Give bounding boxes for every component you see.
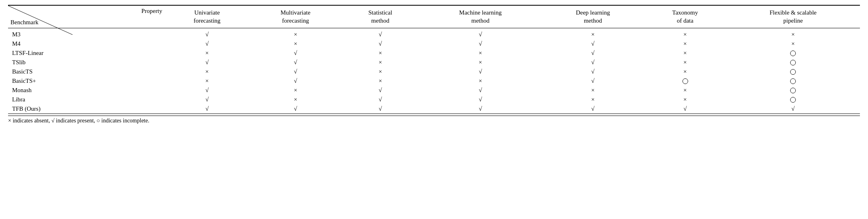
header-statistical: Statisticalmethod [342,5,419,28]
cross-symbol: × [683,50,686,56]
cell-statistical: √ [342,104,419,114]
header-benchmark-label: Benchmark [10,19,38,27]
circle-symbol [790,97,796,103]
check-symbol: √ [294,78,297,84]
cell-taxonomy: × [644,86,726,95]
cell-flexible [726,67,860,76]
cell-ml: √ [419,30,542,39]
header-ml: Machine learningmethod [419,5,542,28]
cell-dl: × [542,95,644,104]
check-symbol: √ [591,105,595,112]
cross-symbol: × [791,31,795,38]
cell-benchmark: Monash [8,86,165,95]
cross-symbol: × [294,96,297,103]
table-row: M3√×√√××× [8,30,860,39]
cell-flexible [726,58,860,67]
cross-symbol: × [479,59,482,65]
cross-symbol: × [591,31,595,38]
cell-dl: × [542,30,644,39]
cell-ml: √ [419,104,542,114]
circle-symbol [790,60,796,65]
table-row: TSlib√√××√× [8,58,860,67]
cross-symbol: × [205,68,209,75]
cell-multivariate: √ [249,48,341,58]
cell-multivariate: × [249,30,341,39]
cross-symbol: × [479,50,482,56]
table-row: LTSF-Linear×√××√× [8,48,860,58]
table-body: M3√×√√×××M4√×√√√××LTSF-Linear×√××√×TSlib… [8,30,860,114]
table-row: M4√×√√√×× [8,39,860,48]
cell-univariate: √ [165,30,249,39]
cell-multivariate: × [249,39,341,48]
cell-benchmark: LTSF-Linear [8,48,165,58]
check-symbol: √ [294,68,297,75]
circle-symbol [790,51,796,56]
check-symbol: √ [205,31,209,38]
cross-symbol: × [591,87,595,93]
check-symbol: √ [294,105,297,112]
cell-benchmark: BasicTS [8,67,165,76]
cross-symbol: × [379,78,382,84]
cell-dl: √ [542,58,644,67]
table-row: BasicTS+×√××√ [8,76,860,86]
cell-dl: √ [542,67,644,76]
check-symbol: √ [591,78,595,84]
cell-ml: √ [419,95,542,104]
cross-symbol: × [205,78,209,84]
cell-flexible [726,48,860,58]
cross-symbol: × [379,50,382,56]
header-property-label: Property [142,7,163,15]
cell-statistical: √ [342,95,419,104]
cell-univariate: √ [165,86,249,95]
check-symbol: √ [379,40,382,47]
cell-univariate: √ [165,58,249,67]
cell-taxonomy: × [644,30,726,39]
cell-multivariate: √ [249,76,341,86]
check-symbol: √ [479,68,482,75]
cross-symbol: × [379,68,382,75]
cell-ml: × [419,48,542,58]
circle-symbol [790,78,796,84]
cell-dl: √ [542,39,644,48]
check-symbol: √ [479,96,482,103]
check-symbol: √ [479,31,482,38]
header-taxonomy: Taxonomyof data [644,5,726,28]
cell-statistical: × [342,48,419,58]
cell-flexible [726,86,860,95]
cell-statistical: × [342,58,419,67]
check-symbol: √ [591,50,595,56]
cell-taxonomy: × [644,95,726,104]
check-symbol: √ [479,40,482,47]
cell-statistical: √ [342,30,419,39]
cell-univariate: √ [165,39,249,48]
header-benchmark: Property Benchmark [8,5,165,28]
cell-taxonomy: × [644,58,726,67]
table-row: Monash√×√√×× [8,86,860,95]
cell-taxonomy: × [644,39,726,48]
header-flexible: Flexible & scalablepipeline [726,5,860,28]
check-symbol: √ [683,105,686,112]
cell-taxonomy: × [644,48,726,58]
check-symbol: √ [205,59,209,65]
table-footer-note: × indicates absent, √ indicates present,… [8,116,860,124]
check-symbol: √ [294,50,297,56]
cell-univariate: √ [165,95,249,104]
cell-benchmark: M4 [8,39,165,48]
circle-symbol [682,78,688,84]
cell-univariate: × [165,67,249,76]
cell-multivariate: × [249,86,341,95]
cell-benchmark: BasicTS+ [8,76,165,86]
cell-benchmark: Libra [8,95,165,104]
cross-symbol: × [683,87,686,93]
cell-ml: × [419,76,542,86]
circle-symbol [790,69,796,75]
cell-benchmark: TFB (Ours) [8,104,165,114]
check-symbol: √ [379,87,382,93]
cell-taxonomy: √ [644,104,726,114]
table-header-row: Property Benchmark Univariateforecasting… [8,5,860,28]
cross-symbol: × [683,96,686,103]
check-symbol: √ [294,59,297,65]
cell-flexible [726,76,860,86]
table-wrapper: Property Benchmark Univariateforecasting… [8,5,860,124]
cell-taxonomy: × [644,67,726,76]
